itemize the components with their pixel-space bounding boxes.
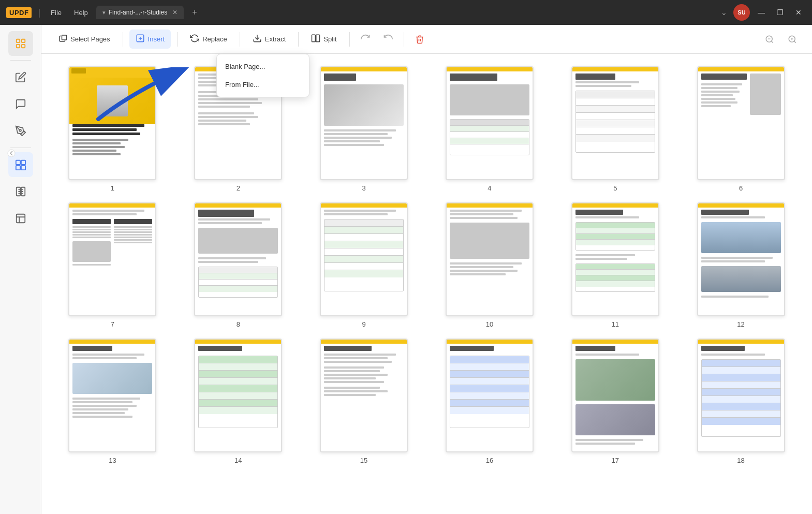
page-item-8[interactable]: 8	[180, 202, 297, 328]
page-item-1[interactable]: 1	[54, 66, 171, 192]
svg-rect-17	[316, 35, 320, 42]
page-thumb-1[interactable]	[68, 66, 156, 180]
close-button[interactable]: ✕	[791, 5, 806, 20]
page-thumb-17[interactable]	[571, 339, 659, 452]
page-number-18: 18	[737, 457, 744, 464]
tab-label: Find-and-...-r-Studies	[109, 9, 167, 16]
sidebar-collapse-toggle[interactable]	[7, 145, 16, 164]
page-item-16[interactable]: 16	[431, 339, 548, 464]
app-logo: UPDF	[6, 7, 32, 18]
toolbar-separator-4	[298, 32, 299, 47]
page-item-4[interactable]: 4	[431, 66, 548, 192]
svg-rect-5	[16, 160, 20, 165]
extract-button[interactable]: Extract	[246, 30, 292, 49]
page-number-15: 15	[360, 457, 367, 464]
menu-file[interactable]: File	[47, 7, 66, 19]
page-item-5[interactable]: 5	[556, 66, 674, 192]
page-number-14: 14	[234, 457, 242, 464]
replace-button[interactable]: Replace	[184, 30, 233, 49]
toolbar-separator-5	[349, 32, 350, 47]
sidebar-item-combine[interactable]	[8, 179, 33, 204]
split-icon	[311, 34, 320, 45]
page-item-15[interactable]: 15	[305, 339, 423, 464]
rotate-left-button[interactable]	[356, 30, 375, 49]
page-item-6[interactable]: 6	[682, 66, 800, 192]
page-thumb-12[interactable]	[697, 202, 785, 316]
svg-rect-6	[21, 160, 25, 165]
page-number-3: 3	[362, 184, 365, 192]
select-pages-icon	[58, 34, 67, 45]
page-thumb-11[interactable]	[571, 202, 659, 316]
page-item-11[interactable]: 11	[556, 202, 674, 328]
insert-blank-page-item[interactable]: Blank Page...	[217, 57, 309, 76]
page-thumb-8[interactable]	[194, 202, 282, 316]
page-item-13[interactable]: 13	[54, 339, 171, 464]
page-thumb-6[interactable]	[697, 66, 785, 180]
page-number-2: 2	[237, 184, 240, 192]
svg-line-19	[771, 41, 773, 42]
insert-dropdown-menu: Blank Page... From File...	[216, 54, 309, 97]
replace-icon	[190, 34, 199, 45]
page-number-6: 6	[739, 184, 743, 192]
page-number-10: 10	[486, 320, 493, 328]
tab-close-icon[interactable]: ✕	[172, 9, 178, 16]
page-thumb-14[interactable]	[194, 339, 282, 452]
page-number-8: 8	[237, 320, 240, 328]
svg-line-22	[794, 41, 795, 42]
sidebar-item-pages[interactable]	[8, 31, 33, 56]
replace-label: Replace	[202, 35, 227, 43]
page-item-18[interactable]: 18	[682, 339, 800, 464]
select-pages-button[interactable]: Select Pages	[52, 30, 116, 49]
page-thumb-16[interactable]	[446, 339, 534, 452]
extract-label: Extract	[265, 35, 286, 43]
sidebar-item-comment[interactable]	[8, 92, 33, 116]
page-item-17[interactable]: 17	[556, 339, 674, 464]
toolbar-separator-1	[123, 32, 123, 47]
insert-button[interactable]: Insert	[129, 30, 171, 49]
page-item-10[interactable]: 10	[431, 202, 548, 328]
page-item-14[interactable]: 14	[180, 339, 297, 464]
page-number-16: 16	[486, 457, 493, 464]
svg-rect-13	[62, 35, 67, 40]
insert-from-file-item[interactable]: From File...	[217, 76, 309, 94]
rotate-right-button[interactable]	[379, 30, 397, 49]
avatar[interactable]: SU	[733, 4, 750, 21]
active-tab[interactable]: ▾ Find-and-...-r-Studies ✕	[96, 6, 184, 19]
new-tab-button[interactable]: +	[188, 7, 201, 18]
svg-rect-7	[16, 166, 20, 170]
page-number-9: 9	[362, 320, 365, 328]
delete-button[interactable]	[410, 30, 429, 49]
page-thumb-4[interactable]	[446, 66, 534, 180]
page-thumb-7[interactable]	[68, 202, 156, 316]
svg-rect-3	[21, 45, 24, 48]
page-thumb-15[interactable]	[320, 339, 408, 452]
page-number-12: 12	[737, 320, 744, 328]
svg-rect-8	[21, 166, 25, 170]
title-bar: UPDF | File Help ▾ Find-and-...-r-Studie…	[0, 0, 812, 25]
page-content: 1	[41, 54, 812, 514]
page-grid: 1	[54, 66, 800, 464]
page-thumb-10[interactable]	[446, 202, 534, 316]
restore-button[interactable]: ❐	[773, 5, 787, 20]
page-item-9[interactable]: 9	[305, 202, 423, 328]
sidebar-item-extract[interactable]	[8, 206, 33, 231]
page-number-13: 13	[109, 457, 116, 464]
toolbar-separator-6	[404, 32, 404, 47]
page-item-12[interactable]: 12	[682, 202, 800, 328]
split-button[interactable]: Split	[305, 30, 343, 49]
page-item-3[interactable]: 3	[305, 66, 423, 192]
sidebar-item-fill[interactable]	[8, 119, 33, 143]
page-item-7[interactable]: 7	[54, 202, 171, 328]
tab-dropdown-icon[interactable]: ⌄	[719, 6, 729, 19]
menu-help[interactable]: Help	[70, 7, 92, 19]
zoom-out-button[interactable]	[760, 30, 779, 49]
zoom-in-button[interactable]	[783, 30, 802, 49]
page-thumb-3[interactable]	[320, 66, 408, 180]
sidebar-item-edit[interactable]	[8, 65, 33, 90]
split-label: Split	[323, 35, 336, 43]
page-thumb-13[interactable]	[68, 339, 156, 452]
page-thumb-18[interactable]	[697, 339, 785, 452]
minimize-button[interactable]: —	[754, 5, 769, 20]
page-thumb-5[interactable]	[571, 66, 659, 180]
page-thumb-9[interactable]	[320, 202, 408, 316]
